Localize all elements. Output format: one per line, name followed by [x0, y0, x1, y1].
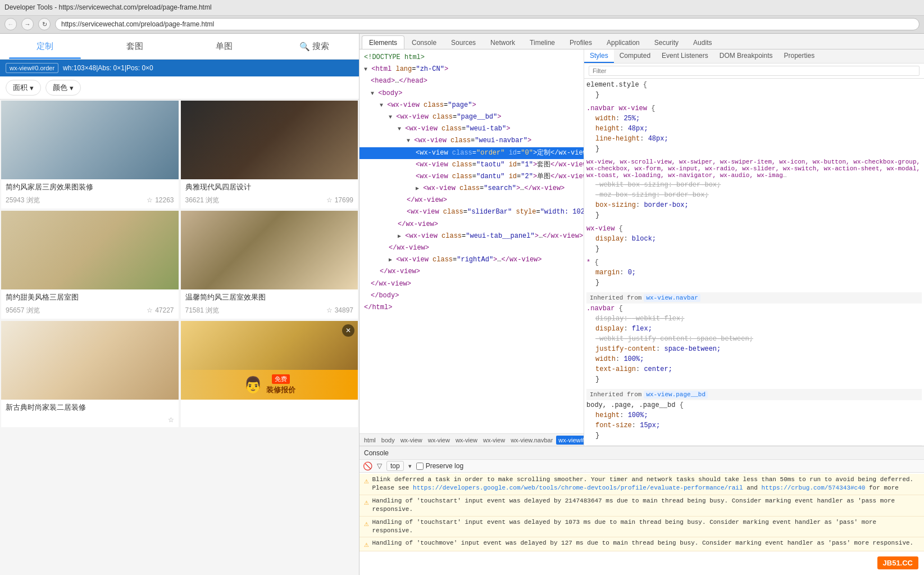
nav-tab-customize[interactable]: 定制 — [0, 34, 90, 59]
list-item: ⚠ Handling of 'touchmove' input event wa… — [359, 537, 924, 551]
dom-line[interactable]: </wx-view> — [359, 278, 584, 290]
url-input[interactable] — [55, 18, 920, 30]
dom-line[interactable]: ▼ <wx-view class="page__bd"> — [359, 111, 584, 123]
css-prop-struck: -moz-box-sizing: border-box; — [586, 190, 922, 200]
tab-event-listeners[interactable]: Event Listeners — [656, 49, 714, 63]
back-button[interactable]: ← — [4, 18, 17, 30]
preserve-log-label[interactable]: Preserve log — [416, 462, 463, 470]
heart-icon: ☆ — [147, 306, 153, 314]
css-rule-page-bd: body, .page, .page__bd { height: 100%; f… — [586, 401, 922, 441]
view-count: 25943 浏览 — [6, 196, 40, 205]
console-top-label[interactable]: top — [386, 461, 404, 471]
css-close-brace: } — [586, 431, 922, 441]
tab-console[interactable]: Console — [404, 35, 444, 49]
styles-panel: Styles Computed Event Listeners DOM Brea… — [584, 49, 924, 446]
dom-line[interactable]: </wx-view> — [359, 266, 584, 278]
console-filter-icon[interactable]: ▽ — [377, 462, 382, 470]
nav-tab-single[interactable]: 单图 — [180, 34, 270, 59]
tab-application[interactable]: Application — [599, 35, 647, 49]
css-prop: width: 100%; — [586, 354, 922, 364]
dom-line[interactable]: ▼ <wx-view class="weui-navbar"> — [359, 135, 584, 147]
dom-line[interactable]: ▶ <wx-view class="search">…</wx-view> — [359, 183, 584, 194]
card-info-3: 简约甜美风格三居室图 95657 浏览 ☆ 47227 — [1, 289, 179, 319]
css-selector: body, .page, .page__bd { — [586, 401, 922, 409]
view-count: 95657 浏览 — [6, 306, 40, 315]
console-messages: ⚠ Blink deferred a task in order to make… — [359, 473, 924, 575]
dom-line[interactable]: <head>…</head> — [359, 75, 584, 87]
breadcrumb-html[interactable]: html — [362, 436, 378, 445]
close-button[interactable]: ✕ — [342, 324, 354, 337]
card-info-4: 温馨简约风三居室效果图 71581 浏览 ☆ 34897 — [181, 289, 358, 319]
console-message-text: Handling of 'touchstart' input event was… — [372, 497, 920, 514]
dom-line[interactable]: ▼ <wx-view class="page"> — [359, 99, 584, 111]
filter-color-button[interactable]: 颜色 ▾ — [45, 80, 81, 96]
card-image-1 — [1, 101, 179, 179]
card-title: 典雅现代风四居设计 — [185, 183, 354, 192]
dom-line[interactable]: </wx-view> — [359, 242, 584, 254]
dom-line[interactable]: </wx-view> — [359, 194, 584, 206]
tab-sources[interactable]: Sources — [444, 35, 483, 49]
nav-tab-search[interactable]: 🔍 搜索 — [269, 34, 359, 59]
list-item[interactable]: ✕ 👨 免费 装修报价 — [181, 321, 358, 427]
dom-line[interactable]: ▼ <html lang="zh-CN"> — [359, 64, 584, 75]
dom-line[interactable]: </wx-view> — [359, 219, 584, 230]
console-panel: Console 🚫 ▽ top ▾ Preserve log ⚠ Blink d… — [359, 446, 924, 575]
breadcrumb-wx-view-3[interactable]: wx-view — [453, 436, 480, 445]
view-count: 71581 浏览 — [185, 306, 220, 315]
forward-button[interactable]: → — [21, 18, 34, 30]
dom-tree[interactable]: <!DOCTYPE html> ▼ <html lang="zh-CN"> <h… — [359, 49, 584, 433]
breadcrumb-wx-view-2[interactable]: wx-view — [426, 436, 452, 445]
tab-profiles[interactable]: Profiles — [562, 35, 599, 49]
css-prop-struck: display: -webkit-flex; — [586, 314, 922, 324]
tab-dom-breakpoints[interactable]: DOM Breakpoints — [714, 49, 779, 63]
breadcrumb-wx-view-1[interactable]: wx-view — [398, 436, 425, 445]
dom-line[interactable]: <!DOCTYPE html> — [359, 52, 584, 64]
breadcrumb-navbar[interactable]: wx-view.navbar — [508, 436, 555, 445]
tab-timeline[interactable]: Timeline — [522, 35, 562, 49]
dom-line[interactable]: ▶ <wx-view class="weui-tab__panel">…</wx… — [359, 230, 584, 242]
warning-icon: ⚠ — [364, 476, 368, 486]
dom-line[interactable]: ▼ <wx-view class="weui-tab"> — [359, 123, 584, 135]
nav-tab-suite[interactable]: 套图 — [90, 34, 180, 59]
list-item[interactable]: 简约风家居三房效果图装修 25943 浏览 ☆ 12263 — [1, 101, 179, 209]
selected-info-bar: wx-view#0.order wh:103×48|Abs: 0×1|Pos: … — [0, 60, 359, 76]
tab-properties[interactable]: Properties — [778, 49, 820, 63]
dom-line[interactable]: <wx-view class="sliderBar" style="width:… — [359, 206, 584, 218]
inherited-source-label[interactable]: wx-view.navbar — [644, 294, 700, 302]
dom-line-selected[interactable]: <wx-view class="order" id="0">定制</wx-vie… — [359, 147, 584, 159]
inherited-source-label[interactable]: wx-view.page__bd — [644, 391, 708, 399]
list-item[interactable]: 新古典时尚家装二居装修 ☆ — [1, 321, 179, 427]
console-clear-icon[interactable]: 🚫 — [363, 461, 372, 470]
list-item[interactable]: 典雅现代风四居设计 36621 浏览 ☆ 17699 — [181, 101, 358, 209]
breadcrumb-body[interactable]: body — [379, 436, 397, 445]
list-item[interactable]: 温馨简约风三居室效果图 71581 浏览 ☆ 34897 — [181, 211, 358, 319]
breadcrumb-order[interactable]: wx-view#0.order — [556, 436, 584, 445]
dom-line[interactable]: <wx-view class="dantu" id="2">单图</wx-vie… — [359, 171, 584, 183]
free-badge: 免费 — [272, 374, 290, 384]
tab-elements[interactable]: Elements — [362, 35, 404, 49]
warning-icon: ⚠ — [364, 519, 368, 528]
dom-line[interactable]: <wx-view class="taotu" id="1">套图</wx-vie… — [359, 159, 584, 171]
tab-computed[interactable]: Computed — [614, 49, 656, 63]
tab-styles[interactable]: Styles — [584, 49, 614, 63]
css-prop: width: 25%; — [586, 114, 922, 124]
css-filter-input[interactable] — [589, 66, 920, 76]
breadcrumb-wx-view-4[interactable]: wx-view — [481, 436, 507, 445]
mobile-app: 定制 套图 单图 🔍 搜索 wx-view#0.order wh:103×48|… — [0, 34, 359, 575]
dom-line[interactable]: ▶ <wx-view class="rightAd">…</wx-view> — [359, 254, 584, 266]
promo-banner: 👨 免费 装修报价 — [181, 370, 358, 400]
tab-security[interactable]: Security — [647, 35, 686, 49]
css-selector: wx-view, wx-scroll-view, wx-swiper, wx-s… — [586, 159, 922, 179]
dom-line[interactable]: </html> — [359, 302, 584, 314]
list-item[interactable]: 简约甜美风格三居室图 95657 浏览 ☆ 47227 — [1, 211, 179, 319]
preserve-log-checkbox[interactable] — [416, 463, 424, 470]
tab-audits[interactable]: Audits — [686, 35, 719, 49]
dom-line[interactable]: ▼ <body> — [359, 88, 584, 99]
like-count: ☆ 34897 — [326, 306, 353, 314]
card-title: 新古典时尚家装二居装修 — [6, 403, 174, 413]
filter-area-button[interactable]: 面积 ▾ — [6, 80, 41, 96]
tab-network[interactable]: Network — [483, 35, 522, 49]
console-dropdown-icon[interactable]: ▾ — [408, 463, 412, 470]
refresh-button[interactable]: ↻ — [38, 18, 51, 30]
dom-line[interactable]: </body> — [359, 290, 584, 302]
